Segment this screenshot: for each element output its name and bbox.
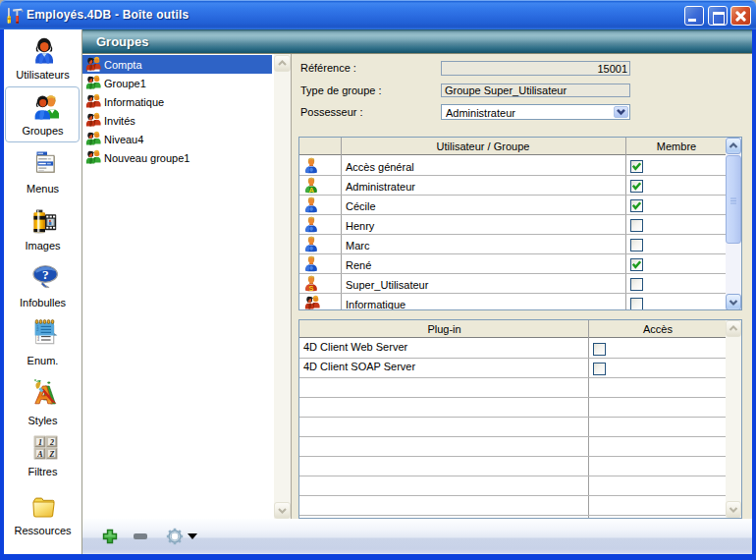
svg-text:Z: Z	[49, 450, 55, 459]
svg-text:2: 2	[49, 438, 54, 447]
svg-text:1: 1	[38, 438, 42, 447]
svg-text:S: S	[309, 284, 314, 292]
svg-text:A: A	[308, 186, 314, 194]
svg-text:A: A	[36, 450, 43, 459]
svg-text:4: 4	[37, 338, 39, 342]
svg-text:2: 2	[36, 328, 38, 332]
svg-text:?: ?	[42, 267, 49, 282]
